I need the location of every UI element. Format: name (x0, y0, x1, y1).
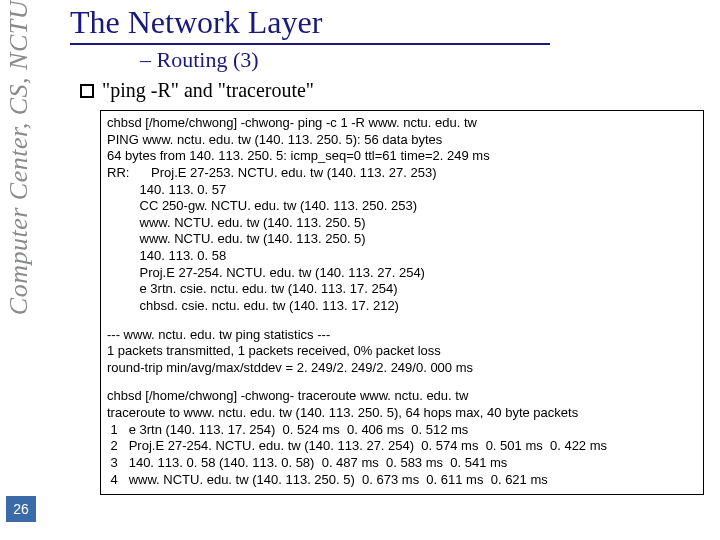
code-line: 140. 113. 0. 57 (107, 182, 697, 199)
code-block-1: chbsd [/home/chwong] -chwong- ping -c 1 … (107, 115, 697, 315)
code-line: CC 250-gw. NCTU. edu. tw (140. 113. 250.… (107, 198, 697, 215)
code-line: 64 bytes from 140. 113. 250. 5: icmp_seq… (107, 148, 697, 165)
sidebar-label: Computer Center, CS, NCTU (4, 0, 34, 315)
code-line: round-trip min/avg/max/stddev = 2. 249/2… (107, 360, 697, 377)
code-line: 140. 113. 0. 58 (107, 248, 697, 265)
code-line: traceroute to www. nctu. edu. tw (140. 1… (107, 405, 697, 422)
page-subtitle: – Routing (3) (140, 47, 710, 73)
code-line: chbsd [/home/chwong] -chwong- traceroute… (107, 388, 697, 405)
code-line: --- www. nctu. edu. tw ping statistics -… (107, 327, 697, 344)
code-line: chbsd. csie. nctu. edu. tw (140. 113. 17… (107, 298, 697, 315)
bullet-row: "ping -R" and "traceroute" (80, 79, 710, 102)
code-block-2: --- www. nctu. edu. tw ping statistics -… (107, 327, 697, 377)
code-block-3: chbsd [/home/chwong] -chwong- traceroute… (107, 388, 697, 488)
code-line: RR: Proj.E 27-253. NCTU. edu. tw (140. 1… (107, 165, 697, 182)
code-line: 2 Proj.E 27-254. NCTU. edu. tw (140. 113… (107, 438, 697, 455)
code-line: 1 e 3rtn (140. 113. 17. 254) 0. 524 ms 0… (107, 422, 697, 439)
code-line: 3 140. 113. 0. 58 (140. 113. 0. 58) 0. 4… (107, 455, 697, 472)
page-title: The Network Layer (70, 4, 550, 45)
code-line: 1 packets transmitted, 1 packets receive… (107, 343, 697, 360)
code-line: www. NCTU. edu. tw (140. 113. 250. 5) (107, 215, 697, 232)
bullet-text: "ping -R" and "traceroute" (102, 79, 314, 102)
bullet-box-icon (80, 84, 94, 98)
code-line: Proj.E 27-254. NCTU. edu. tw (140. 113. … (107, 265, 697, 282)
code-line: www. NCTU. edu. tw (140. 113. 250. 5) (107, 231, 697, 248)
code-line: PING www. nctu. edu. tw (140. 113. 250. … (107, 132, 697, 149)
page-number-badge: 26 (6, 496, 36, 522)
slide-content: The Network Layer – Routing (3) "ping -R… (70, 4, 710, 495)
terminal-output-box: chbsd [/home/chwong] -chwong- ping -c 1 … (100, 110, 704, 495)
code-line: chbsd [/home/chwong] -chwong- ping -c 1 … (107, 115, 697, 132)
code-line: 4 www. NCTU. edu. tw (140. 113. 250. 5) … (107, 472, 697, 489)
code-line: e 3rtn. csie. nctu. edu. tw (140. 113. 1… (107, 281, 697, 298)
